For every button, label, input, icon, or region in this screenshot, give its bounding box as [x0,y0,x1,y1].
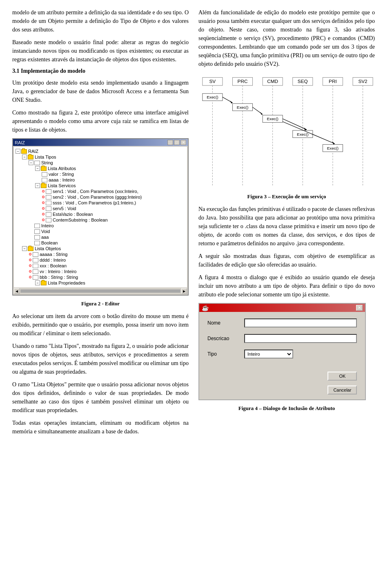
tree-string[interactable]: − String [16,160,185,166]
label-void: Void [41,229,50,234]
svg-text:Exec(): Exec() [327,146,339,150]
right-column: Além da funcionalidade de edição do mode… [198,8,375,440]
svg-text:PRC: PRC [238,78,248,84]
tree-aaaaa[interactable]: ⚙ aaaaa : String [16,251,185,257]
tree-aaa[interactable]: aaa [16,234,185,240]
item-icon-inteiro [34,224,40,228]
tree-lista-servicos[interactable]: − Lista Servicos [16,183,185,188]
section-title: 3.1 Implementação do modelo [12,68,189,74]
svg-text:SV: SV [209,78,216,84]
tree-dddd[interactable]: ⚙ dddd : Inteiro [16,257,185,263]
tree-lista-tipos[interactable]: − Lista Tipos [16,154,185,160]
tree-serv5[interactable]: ⚙ serv5 : Void [16,206,185,211]
dialog-nome-label: Nome [207,320,244,326]
svg-text:SEQ: SEQ [298,78,308,84]
cancel-button[interactable]: Cancelar [327,386,357,394]
label-serv1: serv1 : Void , Com Parametros (xxx:Intei… [53,189,138,194]
tree-bbb[interactable]: ⚙ bbb : String : String [16,274,185,280]
maximize-button[interactable]: □ [174,140,180,145]
dialog-nome-input[interactable] [244,318,357,327]
left-para3: Um protótipo deste modelo esta sendo imp… [12,78,189,104]
toggle-string[interactable]: − [29,160,33,165]
dialog-close-button[interactable]: ✕ [356,305,363,311]
ok-button[interactable]: OK [327,372,357,381]
folder-icon-tipos [28,155,33,159]
tree-boolean[interactable]: Boolean [16,240,185,246]
item-icon-aaaaa [33,252,38,257]
label-boolean: Boolean [41,240,58,245]
left-fig2-desc3: O ramo "Lista Objetos" permite que o usu… [12,380,189,415]
dialog-window[interactable]: ☕ ✕ Nome Descricao Tipo Inteiro [198,303,366,400]
minimize-button[interactable]: _ [167,140,173,145]
label-aaaa: aaaa : Inteiro [49,177,75,182]
tree-estavazio[interactable]: ⚙ EstaVazio : Boolean [16,211,185,217]
item-icon-bbb [33,275,38,280]
left-column: modelo de um atributo permite a definiçã… [12,8,189,440]
tree-root[interactable]: − RAIZ [16,148,185,154]
item-icon-aaaa [42,178,47,182]
tree-lista-objetos[interactable]: − Lista Objetos [16,246,185,251]
editor-title: RAIZ [15,140,25,145]
editor-scrollbar[interactable]: ◀ ▶ [14,288,187,294]
toggle-lista-objetos[interactable]: − [22,246,27,251]
svg-marker-25 [260,112,263,115]
scrollbar-track [20,289,180,293]
item-icon-aaa [34,235,40,240]
left-fig2-desc1: Ao selecionar um item da arvore com o bo… [12,312,189,338]
tree-ssss[interactable]: ⚙ ssss : Void , Com Parametros (p1:Intei… [16,200,185,206]
folder-icon-servicos [41,184,47,188]
toggle-root[interactable]: − [16,149,20,154]
tree-serv2[interactable]: ⚙ serv2 : Void , Com Parametros (gggg:In… [16,194,185,200]
label-lista-objetos: Lista Objetos [35,246,61,251]
item-icon-ssss [46,201,51,205]
label-lista-servicos: Lista Servicos [48,183,76,188]
tree-lista-atributos[interactable]: − Lista Atributos [16,166,185,171]
folder-icon-atributos [41,166,47,171]
svg-marker-21 [230,101,233,103]
scrollbar-right-btn[interactable]: ▶ [181,288,187,294]
exec-diagram: SV PRC CMD SEQ PRI SV2 [198,74,375,191]
toggle-lista-tipos[interactable]: − [22,155,27,159]
tree-contemsubstring[interactable]: ⚙ ContemSubstring : Boolean [16,217,185,223]
tree-void[interactable]: Void [16,229,185,234]
toggle-lista-atributos[interactable]: − [35,166,40,171]
scrollbar-left-btn[interactable]: ◀ [14,288,20,294]
label-aaaaa: aaaaa : String [40,252,68,257]
tree-label-root: RAIZ [28,149,38,154]
toggle-lista-propriedades[interactable]: − [35,280,40,285]
label-lista-atributos: Lista Atributos [48,166,76,171]
tree-xxx[interactable]: ⚙ xxx : Boolean [16,263,185,269]
dialog-descricao-input[interactable] [244,334,357,343]
tree-lista-propriedades[interactable]: − Lista Propriedades [16,280,185,286]
tree-aaaa[interactable]: aaaa : Inteiro [16,177,185,183]
close-button[interactable]: ✕ [180,140,186,145]
toggle-lista-servicos[interactable]: − [35,183,40,188]
tree-serv1[interactable]: ⚙ serv1 : Void , Com Parametros (xxx:Int… [16,188,185,194]
dialog-tipo-label: Tipo [207,351,244,357]
editor-window[interactable]: RAIZ _ □ ✕ − RAIZ − Lista Tipos [12,138,189,296]
item-icon-contemsubstring [46,218,51,222]
item-icon-boolean [34,241,40,245]
dialog-tipo-select[interactable]: Inteiro String Boolean Void [244,350,293,359]
tree-vv[interactable]: ⚙ vv : Inteiro : Inteiro [16,269,185,274]
svg-text:Exec(): Exec() [207,95,218,99]
label-ssss: ssss : Void , Com Parametros (p1:Inteiro… [53,200,136,205]
tree-valor[interactable]: valor : String [16,171,185,177]
svg-text:CMD: CMD [267,78,278,84]
dialog-nome-row: Nome [207,318,357,327]
label-lista-tipos: Lista Tipos [35,155,56,159]
svg-text:Exec(): Exec() [267,117,278,121]
folder-icon-objetos [28,247,33,251]
exec-diagram-svg: SV PRC CMD SEQ PRI SV2 [198,74,375,189]
item-icon-estavazio [46,212,51,217]
item-icon-valor [42,172,47,177]
label-inteiro: Inteiro [41,223,54,228]
tree-inteiro[interactable]: Inteiro [16,223,185,229]
dialog-cancel-row: Cancelar [199,386,365,399]
editor-titlebar: RAIZ _ □ ✕ [13,139,188,146]
right-para1: Além da funcionalidade de edição do mode… [198,8,375,68]
label-aaa: aaa [41,235,49,240]
label-estavazio: EstaVazio : Boolean [53,212,93,217]
svg-line-28 [283,119,307,130]
label-xxx: xxx : Boolean [40,263,67,268]
